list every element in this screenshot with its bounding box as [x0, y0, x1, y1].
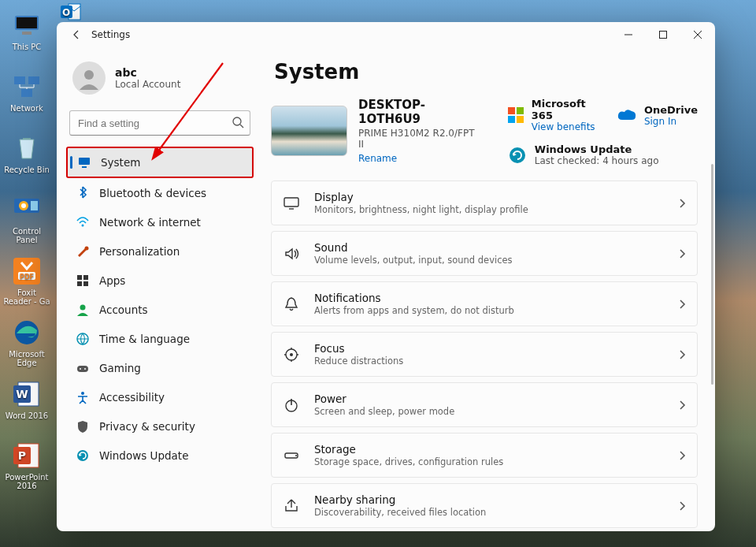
nav-label: Apps: [99, 274, 125, 287]
account-type: Local Account: [115, 79, 180, 90]
tile-windows-update[interactable]: Windows UpdateLast checked: 4 hours ago: [508, 143, 698, 166]
nav-item-accounts[interactable]: Accounts: [66, 296, 254, 324]
card-subtitle: Reduce distractions: [314, 355, 664, 367]
nav-label: Gaming: [99, 362, 141, 374]
tile-microsoft-365[interactable]: Microsoft 365View benefits: [508, 98, 597, 132]
close-button[interactable]: [680, 22, 715, 47]
outlook-icon: O: [61, 2, 81, 22]
desktop-icon-network[interactable]: Network: [3, 71, 50, 113]
focus-icon: [283, 346, 300, 363]
nav-label: Time & language: [99, 333, 190, 345]
svg-rect-43: [508, 107, 515, 114]
person-icon: [76, 303, 90, 317]
card-title: Display: [314, 191, 664, 203]
svg-rect-24: [660, 32, 667, 39]
power-icon: [283, 396, 300, 414]
card-subtitle: Discoverability, received files location: [314, 507, 664, 518]
desktop-icon-recycle-bin[interactable]: Recycle Bin: [3, 132, 50, 174]
desktop-icon-word[interactable]: W Word 2016: [3, 378, 50, 420]
desktop-icon-control-panel[interactable]: Control Panel: [3, 194, 50, 244]
edge-icon: [11, 317, 43, 348]
setting-card-sound[interactable]: SoundVolume levels, output, input, sound…: [271, 231, 698, 276]
nav-item-personalization[interactable]: Personalization: [66, 237, 254, 266]
desktop-icon-outlook[interactable]: O: [60, 2, 82, 24]
nav-item-privacy-security[interactable]: Privacy & security: [66, 412, 254, 441]
card-subtitle: Monitors, brightness, night light, displ…: [314, 204, 664, 215]
search-input[interactable]: [69, 110, 250, 136]
scrollbar[interactable]: [711, 164, 713, 385]
setting-card-storage[interactable]: StorageStorage space, drives, configurat…: [271, 433, 698, 478]
desktop-icon-foxit[interactable]: PDF Foxit Reader - Ga: [3, 255, 50, 306]
avatar-icon: [72, 61, 106, 95]
word-icon: W: [11, 378, 43, 410]
search-icon: [232, 116, 244, 128]
nav-item-windows-update[interactable]: Windows Update: [66, 441, 254, 470]
device-summary[interactable]: DESKTOP-1OTH6U9 PRIME H310M2 R2.0/FPT II…: [271, 98, 476, 164]
svg-line-27: [240, 125, 243, 128]
nav-item-network-internet[interactable]: Network & internet: [66, 208, 254, 236]
rename-link[interactable]: Rename: [358, 153, 476, 164]
nav-item-gaming[interactable]: Gaming: [66, 354, 254, 382]
share-icon: [283, 497, 300, 515]
svg-rect-32: [77, 275, 82, 280]
brush-icon: [76, 244, 90, 259]
desktop-icon-powerpoint[interactable]: P PowerPoint 2016: [3, 440, 50, 490]
nav-label: Personalization: [99, 245, 180, 258]
svg-rect-29: [82, 166, 87, 168]
svg-rect-44: [517, 107, 524, 114]
nav-label: Windows Update: [99, 449, 188, 462]
nav-item-apps[interactable]: Apps: [66, 266, 254, 295]
minimize-button[interactable]: [611, 22, 646, 47]
svg-rect-48: [284, 198, 298, 207]
card-title: Power: [314, 393, 664, 405]
svg-rect-4: [28, 76, 39, 84]
svg-rect-46: [517, 116, 524, 123]
setting-card-notifications[interactable]: NotificationsAlerts from apps and system…: [271, 281, 698, 326]
bt-icon: [76, 186, 90, 200]
svg-rect-5: [21, 89, 32, 97]
wifi-icon: [76, 215, 90, 229]
sidebar: abc Local Account SystemBluetooth & devi…: [57, 47, 263, 531]
nav-label: System: [101, 156, 140, 169]
chevron-right-icon: [678, 400, 686, 411]
svg-point-40: [84, 368, 86, 370]
desktop-icon-edge[interactable]: Microsoft Edge: [3, 317, 50, 367]
settings-window: Settings abc Local Account: [57, 22, 715, 531]
nav-item-system[interactable]: System: [68, 148, 252, 177]
svg-text:PDF: PDF: [20, 274, 34, 281]
desktop-icon-this-pc[interactable]: This PC: [3, 9, 50, 51]
svg-point-26: [233, 117, 241, 125]
svg-rect-33: [83, 275, 88, 280]
nav-item-accessibility[interactable]: Accessibility: [66, 383, 254, 411]
setting-card-display[interactable]: DisplayMonitors, brightness, night light…: [271, 180, 698, 225]
svg-point-25: [84, 70, 94, 80]
svg-rect-38: [77, 366, 88, 372]
display-icon: [283, 195, 300, 212]
card-subtitle: Alerts from apps and system, do not dist…: [314, 305, 664, 316]
tile-onedrive[interactable]: OneDriveSign In: [617, 98, 698, 132]
setting-card-focus[interactable]: FocusReduce distractions: [271, 332, 698, 377]
pc-icon: [11, 9, 43, 41]
setting-card-nearby-sharing[interactable]: Nearby sharingDiscoverability, received …: [271, 483, 698, 528]
maximize-button[interactable]: [646, 22, 680, 47]
nav-item-time-language[interactable]: Time & language: [66, 325, 254, 353]
svg-rect-9: [31, 201, 38, 210]
update-icon: [76, 448, 90, 463]
control-panel-icon: [11, 194, 43, 225]
recycle-bin-icon: [11, 132, 43, 164]
svg-text:P: P: [18, 449, 26, 462]
nav-label: Accessibility: [99, 391, 165, 404]
monitor-icon: [77, 155, 91, 169]
sound-icon: [283, 245, 300, 262]
game-icon: [76, 361, 90, 375]
setting-card-power[interactable]: PowerScreen and sleep, power mode: [271, 382, 698, 427]
svg-point-51: [290, 353, 293, 356]
back-button[interactable]: [66, 28, 87, 42]
account-block[interactable]: abc Local Account: [61, 54, 258, 99]
chevron-right-icon: [678, 349, 686, 360]
svg-text:W: W: [16, 388, 28, 400]
svg-point-30: [82, 225, 84, 227]
nav-item-bluetooth-devices[interactable]: Bluetooth & devices: [66, 179, 254, 207]
device-name: DESKTOP-1OTH6U9: [358, 98, 476, 126]
bell-icon: [283, 296, 300, 313]
